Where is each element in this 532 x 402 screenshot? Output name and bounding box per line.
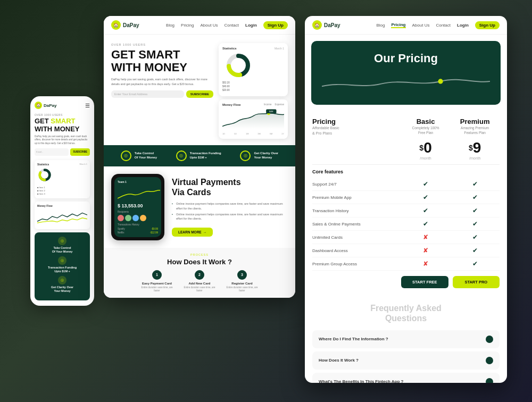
support-basic-check: ✔ — [401, 180, 451, 188]
basic-col-subtitle: Completely 100%Free Plan — [401, 125, 451, 135]
pricing-nav-about[interactable]: About Us — [412, 23, 430, 28]
pricing-divider — [312, 164, 500, 165]
learn-more-button[interactable]: LEARN MORE → — [172, 228, 213, 237]
mobile-subscribe-btn[interactable]: SUBSCRIBE — [70, 148, 90, 156]
faq-expand-icon-2[interactable] — [486, 357, 493, 364]
dark-bar-item-1: ◎ Take ControlOf Your Money — [121, 150, 157, 161]
dark-bar-text-2: Transaction FundingUpto $1M + — [190, 152, 221, 160]
nav-pricing[interactable]: Pricing — [181, 23, 194, 28]
faq-section: Frequently AskedQuestions Where Do I Fin… — [305, 295, 507, 383]
money-flow-chart: $4M — [222, 108, 284, 129]
faq-item-2[interactable]: How Does It Work ? — [312, 351, 500, 370]
sales-premium-check: ✔ — [450, 220, 500, 228]
avatar-3 — [132, 215, 139, 221]
dark-feature-bar: ◎ Take ControlOf Your Money ◎ Transactio… — [104, 145, 295, 166]
phone-amount: $ 13,553.00 — [118, 203, 158, 208]
phone-screen-header: Team 1 — [118, 180, 158, 183]
phone-transactions: Transactions History — [118, 223, 158, 226]
mobile-body-text: DaPay help you set saving goals, earn ca… — [35, 135, 90, 145]
mobile-dark-section: ◎ Take ControlOf Your Money ◎ Transactio… — [35, 232, 90, 300]
virtual-title: Virtual PaymentsVia Cards — [172, 177, 288, 197]
mobile-money-flow-card: Money Flow — [35, 202, 90, 229]
faq-item-3[interactable]: What's The Benefits In This Fintech App … — [312, 373, 500, 383]
funding-icon: ◎ — [58, 256, 66, 265]
dark-feature-1-text: Take ControlOf Your Money — [52, 246, 73, 253]
pricing-nav-pricing[interactable]: Pricing — [391, 22, 405, 28]
clarity-icon: ◎ — [240, 150, 251, 161]
nav-login[interactable]: Login — [245, 23, 257, 28]
nav-blog[interactable]: Blog — [166, 23, 174, 28]
dark-feature-2-text: Transaction FundingUpto $1M + — [48, 266, 77, 273]
phone-recipients-label: Recipients — [118, 211, 158, 213]
feature-row-history: Transaction History ✔ ✔ — [312, 204, 500, 217]
pricing-col-premium: Premium Amazing PremiumFeatures Plan $9 … — [450, 118, 500, 160]
hamburger-icon[interactable]: ☰ — [85, 103, 90, 108]
faq-expand-icon-3[interactable] — [486, 378, 493, 383]
virtual-bullet-1: Online invoice payment helps companies s… — [172, 202, 288, 211]
mobile-logo-icon: 🏠 — [35, 102, 42, 109]
pricing-col-pricing: Pricing Affordable Basic& Pro Plans — [312, 118, 401, 160]
funding-icon: ◎ — [176, 150, 187, 161]
avatar-2 — [125, 215, 131, 221]
start-pro-button[interactable]: START PRO — [453, 276, 500, 288]
faq-item-1[interactable]: Where Do I Find The Information ? — [312, 330, 500, 348]
faq-expand-icon-1[interactable] — [486, 336, 493, 343]
subscribe-button[interactable]: SUBSCRIBE — [186, 90, 213, 98]
control-icon: ◎ — [58, 237, 66, 245]
cards-basic-check: ✘ — [401, 233, 451, 241]
control-icon: ◎ — [121, 150, 131, 161]
mobile-mockup: 🏠 DaPay ☰ OVER 1000 USERS GET SMARTWITH … — [30, 96, 94, 305]
stats-widget: Statistics March 1 $52.20$40.00$20.00 — [219, 43, 288, 96]
basic-period: /month — [401, 156, 451, 160]
premium-price: $9 /month — [450, 139, 500, 160]
svg-point-9 — [438, 79, 443, 83]
mobile-basic-check: ✔ — [401, 194, 451, 201]
nav-contact[interactable]: Contact — [224, 23, 239, 28]
group-premium-check: ✔ — [450, 260, 500, 267]
mobile-hero: OVER 1000 USERS GET SMARTWITH MONEY DaPa… — [35, 113, 90, 155]
mobile-premium-check: ✔ — [450, 194, 500, 201]
pricing-nav-login[interactable]: Login — [457, 23, 469, 28]
dark-feature-1: ◎ Take ControlOf Your Money — [39, 237, 86, 253]
virtual-text: Virtual PaymentsVia Cards Online invoice… — [172, 177, 288, 237]
mobile-headline: GET SMARTWITH MONEY — [35, 118, 90, 133]
pricing-nav: 🏠 DaPay Blog Pricing About Us Contact Lo… — [305, 16, 507, 35]
mobile-over-text: OVER 1000 USERS — [35, 113, 90, 116]
dark-bar-text-1: Take ControlOf Your Money — [135, 152, 157, 160]
core-features-title: Core features — [312, 169, 500, 174]
dark-feature-3: ◎ Get Clarity OverYour Money — [39, 276, 86, 292]
dark-feature-3-text: Get Clarity OverYour Money — [51, 286, 73, 292]
pricing-nav-blog[interactable]: Blog — [376, 23, 385, 28]
desktop-nav: 🏠 DaPay Blog Pricing About Us Contact Lo… — [104, 16, 295, 35]
feature-row-cards: Unlimited Cards ✘ ✔ — [312, 231, 500, 244]
how-works-title: How Does It Work ? — [111, 258, 288, 266]
pricing-nav-contact[interactable]: Contact — [436, 23, 451, 28]
virtual-bullets: Online invoice payment helps companies s… — [172, 202, 288, 221]
steps-row: 1 Easy Payment Card Entire duration save… — [111, 270, 288, 293]
email-input[interactable]: Enter Your Email Address — [111, 90, 184, 98]
pricing-hero-banner: Our Pricing — [311, 41, 501, 105]
pricing-logo-icon: 🏠 — [312, 20, 322, 30]
mobile-email-input[interactable]: Email... — [35, 148, 69, 156]
nav-signup[interactable]: Sign Up — [263, 21, 288, 29]
feature-row-sales: Sales & Online Payments ✔ ✔ — [312, 217, 500, 231]
nav-about[interactable]: About Us — [201, 23, 218, 28]
process-label: PROCESS — [111, 253, 288, 256]
hero-right: Statistics March 1 $52.20$40.00$20.00 Mo… — [219, 43, 288, 139]
feature-row-mobile: Premium Mobile App ✔ ✔ — [312, 191, 500, 204]
desktop-logo-icon: 🏠 — [111, 20, 121, 30]
pricing-nav-signup[interactable]: Sign Up — [475, 21, 500, 29]
pricing-hero-title: Our Pricing — [322, 52, 490, 65]
pricing-page: 🏠 DaPay Blog Pricing About Us Contact Lo… — [305, 16, 507, 383]
mobile-nav: 🏠 DaPay ☰ — [35, 102, 90, 109]
start-free-button[interactable]: START FREE — [401, 276, 448, 288]
cards-premium-check: ✔ — [450, 233, 500, 241]
phone-avatars — [118, 215, 158, 221]
hero-over-text: OVER 1000 USERS — [111, 43, 213, 46]
clarity-icon: ◎ — [58, 276, 66, 284]
dark-feature-2: ◎ Transaction FundingUpto $1M + — [39, 256, 86, 273]
pricing-logo: 🏠 DaPay — [312, 20, 340, 30]
svg-text:$4M: $4M — [269, 111, 273, 113]
dark-bar-item-2: ◎ Transaction FundingUpto $1M + — [176, 150, 221, 161]
history-basic-check: ✔ — [401, 207, 451, 214]
